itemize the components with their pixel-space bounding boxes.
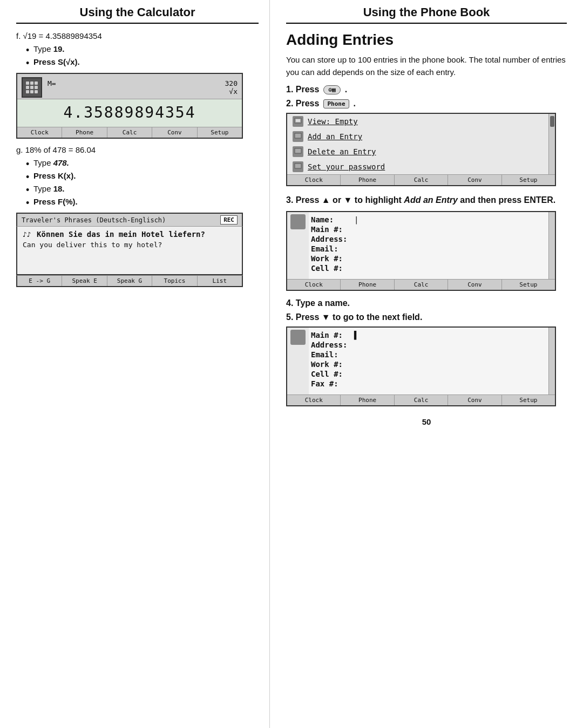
entry2-tab-clock[interactable]: Clock: [287, 395, 341, 405]
step-1-number: 1. Press: [286, 85, 319, 94]
page: Using the Calculator f. √19 = 4.35889894…: [0, 0, 583, 728]
trans-title: Traveler's Phrases (Deutsch-Englisch): [22, 216, 166, 224]
calc-mem-value: 320: [225, 79, 238, 87]
svg-rect-2: [295, 133, 301, 138]
menu-add-entry[interactable]: Add an Entry: [308, 132, 362, 141]
example-g-bullets: Type 478. Press K(x). Type 18. Press F(%…: [26, 157, 259, 208]
menu-item-password: Set your password: [287, 159, 548, 174]
left-header: Using the Calculator: [16, 5, 259, 24]
step-2-number: 2. Press: [286, 99, 319, 108]
press-phone-btn[interactable]: Phone: [323, 99, 349, 108]
trans-tab-eg[interactable]: E -> G: [17, 276, 62, 286]
sound-icon: ♪♪: [23, 230, 31, 239]
entry-icon: [290, 214, 306, 229]
trans-german: ♪♪ Können Sie das in mein Hotel liefern?: [23, 230, 236, 239]
press-menu-btn[interactable]: ⊙▦: [323, 85, 340, 94]
calc-tab-clock[interactable]: Clock: [17, 127, 62, 138]
trans-tab-speake[interactable]: Speak E: [62, 276, 107, 286]
page-number: 50: [286, 417, 567, 426]
step-4: 4. Type a name.: [286, 298, 567, 308]
bullet-press-sqrt: Press S(√x).: [26, 56, 259, 69]
entry1-tab-phone[interactable]: Phone: [341, 280, 394, 290]
calc-mem-display: M= 320 √x: [48, 79, 238, 96]
bullet-press-kx: Press K(x).: [26, 169, 259, 182]
trans-header: Traveler's Phrases (Deutsch-Englisch) RE…: [16, 213, 243, 227]
entry2-tab-phone[interactable]: Phone: [341, 395, 394, 405]
trans-tab-topics[interactable]: Topics: [152, 276, 197, 286]
field2-main: Main #: ▌: [311, 331, 543, 339]
bullet-type-19: Type 19.: [26, 43, 259, 56]
trans-tab-list[interactable]: List: [198, 276, 242, 286]
example-f-bullets: Type 19. Press S(√x).: [26, 43, 259, 69]
entry1-tab-setup[interactable]: Setup: [502, 280, 555, 290]
menu-icon-password: [293, 161, 303, 172]
phone-entry-tabs-1: Clock Phone Calc Conv Setup: [287, 279, 555, 290]
example-g-label: g. 18% of 478 = 86.04: [16, 145, 259, 154]
phone-menu-tab-phone[interactable]: Phone: [341, 175, 394, 185]
bullet-type-18: Type 18.: [26, 182, 259, 195]
field-cell: Cell #:: [311, 264, 543, 273]
trans-tab-speakg[interactable]: Speak G: [107, 276, 152, 286]
entry2-tab-conv[interactable]: Conv: [448, 395, 501, 405]
scrollbar: [548, 114, 555, 174]
menu-view-empty[interactable]: View: Empty: [308, 117, 358, 126]
step-2: 2. Press Phone .: [286, 99, 567, 108]
menu-icon-add: [293, 131, 303, 142]
scrollbar-thumb: [550, 116, 554, 127]
scrollbar-3: [548, 328, 555, 394]
left-column: Using the Calculator f. √19 = 4.35889894…: [0, 0, 270, 728]
menu-delete-entry[interactable]: Delete an Entry: [308, 147, 376, 156]
phone-menu-tab-conv[interactable]: Conv: [448, 175, 501, 185]
section-title: Adding Entries: [286, 31, 567, 49]
calc-tab-conv[interactable]: Conv: [152, 127, 197, 138]
step-5: 5. Press ▼ to go to the next field.: [286, 312, 567, 322]
entry1-tab-conv[interactable]: Conv: [448, 280, 501, 290]
example-f-label: f. √19 = 4.35889894354: [16, 31, 259, 40]
calc-top-bar: M= 320 √x: [17, 74, 242, 99]
adding-entries-body: You can store up to 100 entries in the p…: [286, 54, 567, 78]
entry-fields-2: Main #: ▌ Address: Email: Work #: Cell #…: [309, 328, 548, 394]
trans-english: Can you deliver this to my hotel?: [23, 241, 236, 249]
calc-tab-calc[interactable]: Calc: [107, 127, 152, 138]
step-1: 1. Press ⊙▦ .: [286, 85, 567, 94]
phone-menu-screen: View: Empty Add an Entry Delete an Entry: [286, 113, 556, 186]
bullet-press-fpct: Press F(%).: [26, 195, 259, 208]
right-column: Using the Phone Book Adding Entries You …: [270, 0, 583, 728]
menu-icon-view: [293, 116, 303, 127]
phone-menu-list: View: Empty Add an Entry Delete an Entry: [287, 114, 548, 174]
calc-mem-label: M=: [48, 79, 56, 87]
field-work: Work #:: [311, 254, 543, 263]
phone-entry-screen-2: Main #: ▌ Address: Email: Work #: Cell #…: [286, 326, 556, 406]
svg-rect-3: [295, 148, 301, 153]
svg-rect-4: [295, 164, 301, 168]
calc-tab-setup[interactable]: Setup: [198, 127, 242, 138]
menu-item-delete: Delete an Entry: [287, 144, 548, 159]
calc-icon-dots: [26, 81, 38, 93]
field-address: Address:: [311, 235, 543, 243]
right-header: Using the Phone Book: [286, 5, 567, 24]
calc-tab-phone[interactable]: Phone: [62, 127, 107, 138]
field2-fax: Fax #:: [311, 379, 543, 388]
entry2-tab-setup[interactable]: Setup: [502, 395, 555, 405]
phone-entry-screen-1: Name: | Main #: Address: Email: Work #:: [286, 211, 556, 291]
translator-screen: Traveler's Phrases (Deutsch-Englisch) RE…: [16, 213, 243, 287]
phone-menu-tab-clock[interactable]: Clock: [287, 175, 341, 185]
menu-set-password[interactable]: Set your password: [308, 162, 385, 171]
menu-item-view: View: Empty: [287, 114, 548, 129]
entry2-tab-calc[interactable]: Calc: [395, 395, 448, 405]
phone-menu-tab-setup[interactable]: Setup: [502, 175, 555, 185]
field2-address: Address:: [311, 341, 543, 349]
trans-rec-badge: REC: [220, 215, 238, 224]
entry1-tab-clock[interactable]: Clock: [287, 280, 341, 290]
menu-icon-delete: [293, 146, 303, 157]
step-3: 3. Press ▲ or ▼ to highlight Add an Entr…: [286, 194, 567, 207]
entry-icon-2: [290, 330, 306, 345]
field-email: Email:: [311, 244, 543, 253]
entry1-tab-calc[interactable]: Calc: [395, 280, 448, 290]
phone-menu-tabs: Clock Phone Calc Conv Setup: [287, 174, 555, 185]
phone-menu-tab-calc[interactable]: Calc: [395, 175, 448, 185]
scrollbar-2: [548, 212, 555, 279]
svg-rect-1: [296, 119, 300, 122]
entry-fields-1: Name: | Main #: Address: Email: Work #:: [309, 212, 548, 279]
bullet-type-478: Type 478.: [26, 157, 259, 169]
